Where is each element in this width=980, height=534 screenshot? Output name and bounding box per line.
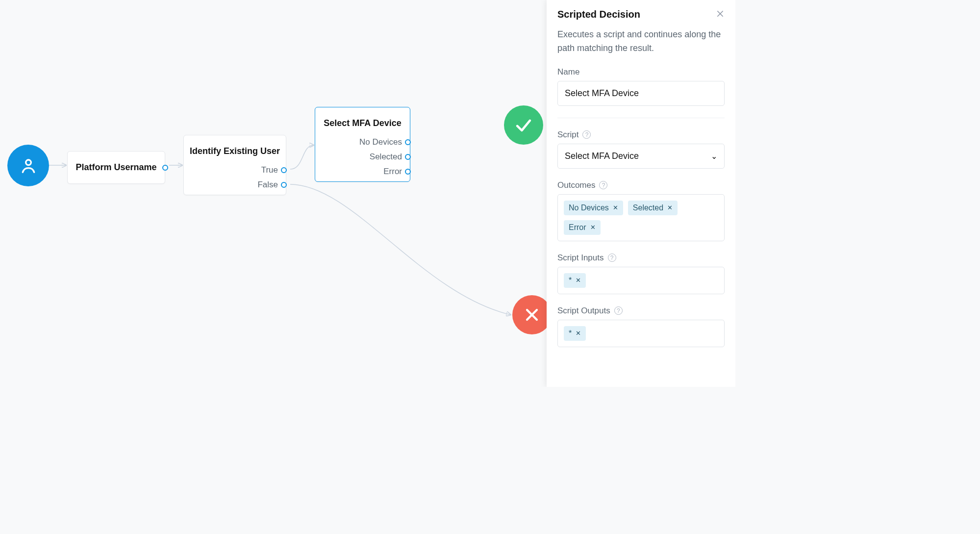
tag-outcome: Error✕ bbox=[564, 220, 601, 235]
panel-divider bbox=[557, 118, 725, 118]
node-title: Select MFA Device bbox=[320, 118, 405, 128]
output-port[interactable] bbox=[405, 139, 411, 145]
panel-title: Scripted Decision bbox=[557, 9, 640, 20]
tag-remove[interactable]: ✕ bbox=[576, 330, 581, 337]
tag-input: *✕ bbox=[564, 273, 586, 288]
outcomes-tags[interactable]: No Devices✕ Selected✕ Error✕ bbox=[557, 194, 725, 241]
script-select[interactable]: Select MFA Device ⌄ bbox=[557, 144, 725, 169]
node-select-mfa-device[interactable]: Select MFA Device No Devices Selected Er… bbox=[315, 107, 410, 182]
output-port[interactable] bbox=[405, 169, 411, 175]
svg-point-0 bbox=[25, 160, 31, 165]
tag-outcome: Selected✕ bbox=[628, 201, 678, 215]
output-row-true[interactable]: True bbox=[261, 165, 278, 175]
panel-description: Executes a script and continues along th… bbox=[557, 28, 725, 55]
tag-remove[interactable]: ✕ bbox=[613, 204, 618, 211]
help-icon[interactable]: ? bbox=[599, 181, 607, 189]
output-label: False bbox=[257, 180, 278, 190]
label-script-inputs: Script Inputs? bbox=[557, 253, 725, 263]
output-row-no-devices[interactable]: No Devices bbox=[359, 137, 402, 147]
result-success-node[interactable] bbox=[504, 105, 543, 145]
node-identify-existing-user[interactable]: Identify Existing User True False bbox=[183, 135, 286, 195]
node-title: Platform Username bbox=[73, 162, 160, 173]
name-input[interactable] bbox=[557, 81, 725, 106]
output-label: Error bbox=[383, 167, 402, 177]
tag-output: *✕ bbox=[564, 326, 586, 341]
chevron-down-icon: ⌄ bbox=[711, 152, 717, 161]
script-inputs-tags[interactable]: *✕ bbox=[557, 267, 725, 294]
output-label: No Devices bbox=[359, 137, 402, 147]
help-icon[interactable]: ? bbox=[608, 254, 616, 262]
tag-remove[interactable]: ✕ bbox=[590, 224, 596, 231]
output-label: True bbox=[261, 165, 278, 175]
user-icon bbox=[19, 156, 38, 176]
node-title: Identify Existing User bbox=[189, 146, 281, 156]
script-selected-value: Select MFA Device bbox=[565, 151, 639, 161]
details-panel: Scripted Decision Executes a script and … bbox=[547, 0, 735, 387]
node-platform-username[interactable]: Platform Username bbox=[67, 151, 165, 184]
output-port[interactable] bbox=[281, 182, 287, 188]
check-icon bbox=[513, 114, 534, 136]
label-script: Script? bbox=[557, 130, 725, 140]
output-row-false[interactable]: False bbox=[257, 180, 278, 190]
close-button[interactable] bbox=[716, 9, 725, 20]
help-icon[interactable]: ? bbox=[582, 130, 591, 139]
label-outcomes: Outcomes? bbox=[557, 180, 725, 190]
start-node[interactable] bbox=[7, 145, 49, 186]
help-icon[interactable]: ? bbox=[614, 306, 623, 315]
output-port[interactable] bbox=[281, 167, 287, 173]
output-port[interactable] bbox=[162, 165, 168, 171]
cross-icon bbox=[522, 305, 542, 325]
tag-remove[interactable]: ✕ bbox=[576, 277, 581, 284]
output-row-selected[interactable]: Selected bbox=[370, 152, 402, 162]
tag-remove[interactable]: ✕ bbox=[667, 204, 673, 211]
output-port[interactable] bbox=[405, 154, 411, 160]
flow-canvas[interactable]: Platform Username Identify Existing User… bbox=[0, 0, 547, 387]
label-script-outputs: Script Outputs? bbox=[557, 306, 725, 316]
output-row-error[interactable]: Error bbox=[383, 167, 402, 177]
label-name: Name bbox=[557, 67, 725, 77]
close-icon bbox=[716, 9, 725, 18]
output-label: Selected bbox=[370, 152, 402, 162]
result-failure-node[interactable] bbox=[512, 295, 552, 334]
script-outputs-tags[interactable]: *✕ bbox=[557, 320, 725, 347]
tag-outcome: No Devices✕ bbox=[564, 201, 623, 215]
